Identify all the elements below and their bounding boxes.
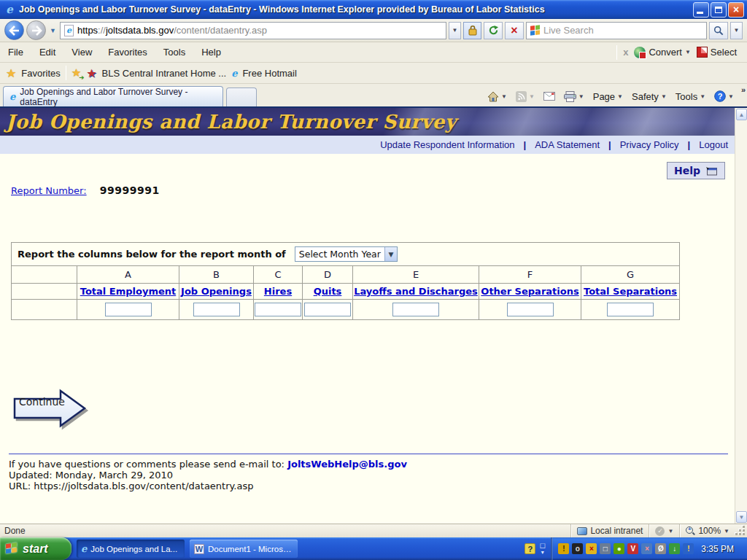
tab-active[interactable]: e Job Openings and Labor Turnover Survey… — [3, 86, 223, 106]
continue-button-label[interactable]: Continue — [19, 396, 65, 408]
address-bar: ▼ e https://joltsdata.bls.gov/content/da… — [0, 19, 747, 42]
nvidia-icon[interactable]: ● — [614, 543, 624, 554]
smartscreen-dropdown[interactable]: ▼ — [667, 528, 673, 534]
close-button[interactable]: × — [728, 2, 744, 18]
status-text: Done — [0, 526, 570, 536]
add-favorite-icon[interactable]: ★ — [71, 66, 81, 79]
menu-help[interactable]: Help — [193, 43, 229, 61]
address-dropdown-button[interactable]: ▼ — [449, 22, 461, 39]
key-icon[interactable]: o — [572, 543, 583, 554]
new-tab-button[interactable] — [226, 88, 257, 106]
home-dropdown[interactable]: ▼ — [501, 93, 507, 100]
sync-blocked-icon[interactable]: Ø — [655, 543, 666, 554]
input-hires[interactable] — [255, 303, 301, 316]
menu-favorites[interactable]: Favorites — [100, 43, 155, 61]
column-letter: B — [179, 266, 254, 284]
input-quits[interactable] — [304, 303, 351, 316]
bls-site-icon: ★ — [86, 66, 96, 80]
refresh-button[interactable] — [484, 22, 503, 39]
menu-view[interactable]: View — [63, 43, 100, 61]
live-search-icon — [530, 25, 540, 35]
menu-edit[interactable]: Edit — [31, 43, 63, 61]
input-other-separations[interactable] — [507, 303, 554, 316]
restore-button[interactable] — [711, 2, 727, 18]
smartscreen-panel[interactable]: ✓ ▼ — [649, 524, 679, 537]
favorite-link-bls[interactable]: BLS Central Intranet Home ... — [102, 68, 227, 79]
resize-grip[interactable] — [735, 526, 746, 536]
help-menu-button[interactable]: ? ▼ — [711, 89, 737, 104]
scroll-down-button[interactable]: ▼ — [736, 511, 747, 523]
favorites-button[interactable]: Favorites — [21, 68, 60, 79]
update-download-icon[interactable]: ↓ — [669, 543, 680, 554]
scroll-up-button[interactable]: ▲ — [736, 109, 747, 120]
restore-windows-icon[interactable]: □▼ — [540, 542, 545, 556]
taskbar-task-ie[interactable]: e Job Openings and La... — [77, 540, 185, 558]
help-button[interactable]: Help — [667, 162, 725, 179]
column-link-total-employment[interactable]: Total Employment — [80, 286, 176, 297]
antivirus-shield-icon[interactable]: V — [627, 543, 638, 554]
nav-update-respondent-link[interactable]: Update Respondent Information — [380, 139, 514, 150]
read-mail-button[interactable] — [541, 90, 558, 102]
rss-button[interactable]: ▼ — [513, 90, 538, 104]
footer-email-link[interactable]: JoltsWebHelp@bls.gov — [287, 459, 407, 470]
address-input[interactable]: e https://joltsdata.bls.gov/content/data… — [60, 22, 446, 39]
input-layoffs-discharges[interactable] — [392, 303, 439, 316]
column-link-quits[interactable]: Quits — [314, 286, 342, 297]
zoom-panel[interactable]: + 100% ▼ — [679, 524, 735, 537]
report-number-link[interactable]: Report Number: — [11, 185, 87, 196]
security-alert-icon[interactable]: ! — [683, 543, 694, 554]
convert-dropdown[interactable]: ▼ — [685, 49, 691, 55]
security-lock-icon[interactable] — [463, 22, 481, 39]
input-total-employment[interactable] — [105, 303, 152, 316]
search-go-button[interactable] — [709, 22, 728, 39]
menu-file[interactable]: File — [0, 43, 31, 61]
data-input-row — [12, 300, 680, 320]
taskbar-clock[interactable]: 3:35 PM — [697, 544, 741, 554]
continue-button[interactable] — [12, 388, 88, 429]
recent-pages-dropdown[interactable]: ▼ — [48, 27, 58, 34]
print-button[interactable]: ▼ — [561, 90, 587, 104]
taskbar-task-word[interactable]: W Document1 - Microsof... — [190, 540, 298, 558]
convert-button[interactable]: Convert ▼ — [634, 47, 690, 58]
live-search-box[interactable] — [526, 22, 707, 39]
start-button[interactable]: start — [0, 537, 71, 560]
search-input[interactable] — [543, 25, 703, 36]
help-dropdown[interactable]: ▼ — [728, 93, 734, 100]
nav-logout-link[interactable]: Logout — [699, 139, 728, 150]
select-dropdown-arrow-icon[interactable]: ▼ — [384, 247, 397, 261]
column-link-job-openings[interactable]: Job Openings — [181, 286, 252, 297]
key-disabled-icon[interactable]: × — [586, 543, 597, 554]
search-options-dropdown[interactable]: ▼ — [730, 22, 743, 39]
home-button[interactable]: ▼ — [484, 90, 510, 104]
column-link-total-separations[interactable]: Total Separations — [584, 286, 677, 297]
tools-menu-button[interactable]: Tools▼ — [673, 90, 708, 104]
select-button[interactable]: Select — [697, 47, 737, 58]
menu-tools[interactable]: Tools — [155, 43, 193, 61]
column-link-hires[interactable]: Hires — [264, 286, 292, 297]
input-total-separations[interactable] — [607, 303, 654, 316]
nav-privacy-policy-link[interactable]: Privacy Policy — [620, 139, 679, 150]
wireless-warning-icon[interactable]: ! — [558, 543, 569, 554]
minimize-button[interactable] — [693, 2, 709, 18]
safety-menu-button[interactable]: Safety▼ — [629, 90, 670, 104]
rss-dropdown[interactable]: ▼ — [529, 93, 535, 100]
display-settings-icon[interactable]: □ — [600, 543, 611, 554]
favorite-link-hotmail[interactable]: Free Hotmail — [242, 68, 296, 79]
column-link-layoffs-discharges[interactable]: Layoffs and Discharges — [354, 286, 478, 297]
network-error-icon[interactable]: × — [641, 543, 652, 554]
stop-button[interactable]: × — [505, 22, 524, 39]
column-link-other-separations[interactable]: Other Separations — [481, 286, 578, 297]
back-button[interactable] — [4, 20, 24, 40]
month-year-select[interactable]: Select Month Year ▼ — [295, 246, 398, 262]
toolbar-overflow-chevron[interactable]: » — [741, 85, 746, 94]
input-job-openings[interactable] — [193, 303, 240, 316]
zoom-dropdown[interactable]: ▼ — [724, 528, 729, 534]
vertical-scrollbar[interactable]: ▲ ▼ — [735, 108, 747, 524]
favorites-star-icon: ★ — [6, 66, 16, 80]
help-tray-icon[interactable]: ? — [525, 543, 535, 554]
nav-ada-statement-link[interactable]: ADA Statement — [535, 139, 600, 150]
page-menu-button[interactable]: Page▼ — [590, 90, 626, 104]
print-dropdown[interactable]: ▼ — [578, 93, 584, 100]
commandbar-close-button[interactable]: x — [623, 47, 628, 58]
forward-button[interactable] — [26, 20, 46, 40]
